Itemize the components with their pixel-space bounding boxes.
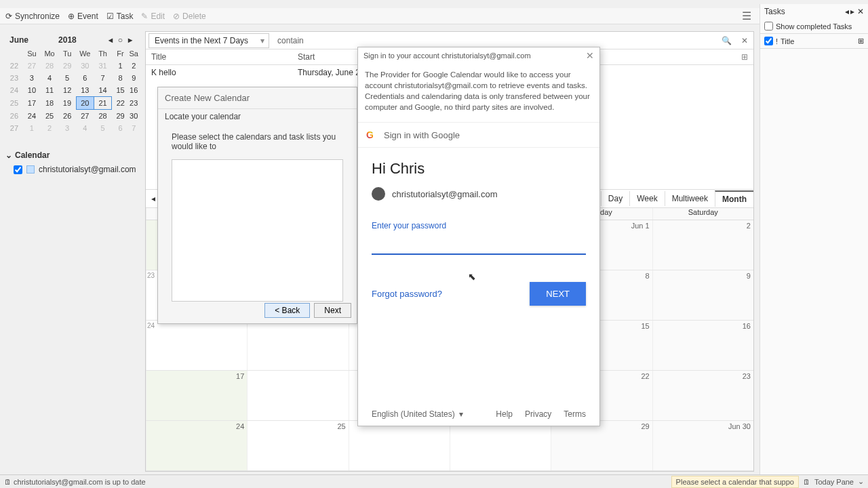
day-cell[interactable] <box>450 421 551 470</box>
help-link[interactable]: Help <box>496 409 513 419</box>
mini-cal-day[interactable]: 22 <box>112 97 130 110</box>
mini-cal-day[interactable]: 5 <box>94 122 112 134</box>
mini-cal-day[interactable]: 7 <box>129 122 138 134</box>
today-pane-chevron-icon[interactable]: ⌄ <box>858 477 864 486</box>
day-cell[interactable] <box>146 321 247 370</box>
signin-next-button[interactable]: NEXT <box>530 282 586 306</box>
day-cell[interactable]: Jun 30 <box>652 421 753 470</box>
today-pane-toggle[interactable]: Today Pane <box>810 478 858 486</box>
view-week[interactable]: Week <box>629 191 664 206</box>
calendar-select-list[interactable] <box>172 159 343 302</box>
mini-cal-day[interactable]: 19 <box>58 97 76 110</box>
day-cell[interactable]: 23 <box>652 371 753 420</box>
next-button[interactable]: Next <box>314 303 351 318</box>
password-input[interactable] <box>372 235 586 255</box>
mini-cal-day[interactable]: 9 <box>129 72 138 84</box>
mini-cal-day[interactable]: 2 <box>41 122 58 134</box>
terms-link[interactable]: Terms <box>564 409 586 419</box>
forgot-password-link[interactable]: Forgot password? <box>372 289 442 299</box>
mini-cal-day[interactable]: 3 <box>23 72 41 84</box>
mini-cal-day[interactable]: 3 <box>58 122 76 134</box>
year-label[interactable]: 2018 <box>58 35 77 45</box>
mini-cal-day[interactable]: 30 <box>76 60 94 72</box>
mini-cal-day[interactable]: 2 <box>129 60 138 72</box>
prev-month-icon[interactable]: ◂ <box>106 35 115 45</box>
mini-cal-day[interactable]: 4 <box>41 72 58 84</box>
day-cell[interactable] <box>349 421 450 470</box>
tasks-col-title[interactable]: Title <box>781 37 794 45</box>
mini-cal-day[interactable]: 11 <box>41 84 58 97</box>
mini-cal-day[interactable]: 15 <box>112 84 130 97</box>
mini-cal-day[interactable]: 25 <box>41 110 58 123</box>
mini-cal-day[interactable]: 26 <box>58 110 76 123</box>
mini-cal-day[interactable]: 10 <box>23 84 41 97</box>
menu-icon[interactable]: ☰ <box>742 9 751 22</box>
tasks-col-checkbox[interactable] <box>764 37 773 45</box>
calendar-section-header[interactable]: ⌄ Calendar <box>5 148 138 163</box>
mini-cal-day[interactable]: 1 <box>112 60 130 72</box>
day-cell[interactable]: 24 <box>146 421 247 470</box>
mini-cal-day[interactable]: 18 <box>41 97 58 110</box>
synchronize-button[interactable]: ⟳Synchronize <box>5 12 60 21</box>
day-cell[interactable]: 29 <box>551 421 652 470</box>
language-dropdown[interactable]: English (United States)▾ <box>372 409 463 419</box>
day-cell[interactable]: 9 <box>652 270 753 320</box>
mini-cal-day[interactable]: 6 <box>76 72 94 84</box>
col-title[interactable]: Title <box>146 49 292 64</box>
account-chip[interactable]: christutorialsyt@gmail.com <box>372 187 586 201</box>
new-task-button[interactable]: ☑Task <box>106 12 134 21</box>
mini-cal-day[interactable]: 16 <box>129 84 138 97</box>
view-day[interactable]: Day <box>601 191 629 206</box>
day-cell[interactable]: 16 <box>652 321 753 370</box>
calendar-item[interactable]: christutorialsyt@gmail.com <box>5 163 138 176</box>
mini-cal-day[interactable]: 20 <box>76 97 94 110</box>
tasks-next-icon[interactable]: ▸ <box>850 7 854 16</box>
mini-cal-day[interactable]: 4 <box>76 122 94 134</box>
mini-cal-day[interactable]: 12 <box>58 84 76 97</box>
close-filter-icon[interactable]: ✕ <box>736 36 753 45</box>
mini-cal-day[interactable]: 30 <box>129 110 138 123</box>
mini-cal-day[interactable]: 28 <box>94 110 112 123</box>
mini-cal-day[interactable]: 29 <box>58 60 76 72</box>
mini-cal-day[interactable]: 28 <box>41 60 58 72</box>
close-icon[interactable]: ✕ <box>586 50 594 61</box>
back-button[interactable]: < Back <box>264 303 310 318</box>
day-cell[interactable]: 2 <box>652 220 753 270</box>
mini-cal-day[interactable]: 29 <box>112 110 130 123</box>
mini-cal-day[interactable]: 17 <box>23 97 41 110</box>
day-cell[interactable]: 25 <box>247 421 348 470</box>
view-multiweek[interactable]: Multiweek <box>665 191 715 206</box>
mini-calendar[interactable]: SuMoTuWeThFrSa 2227282930311223345678924… <box>5 47 138 134</box>
today-icon[interactable]: ○ <box>116 35 125 45</box>
new-event-button[interactable]: ⊕Event <box>68 12 98 21</box>
mini-cal-day[interactable]: 13 <box>76 84 94 97</box>
mini-cal-day[interactable]: 31 <box>94 60 112 72</box>
calendar-checkbox[interactable] <box>14 165 22 174</box>
mini-cal-day[interactable]: 1 <box>23 122 41 134</box>
tasks-prev-icon[interactable]: ◂ <box>845 7 849 16</box>
search-icon[interactable]: 🔍 <box>717 36 736 45</box>
dialog-subtitle: Locate your calendar <box>158 108 357 128</box>
mini-cal-day[interactable]: 8 <box>112 72 130 84</box>
show-completed-checkbox[interactable] <box>764 22 773 30</box>
next-month-icon[interactable]: ▸ <box>126 35 134 45</box>
day-cell[interactable]: 17 <box>146 371 247 420</box>
privacy-link[interactable]: Privacy <box>525 409 551 419</box>
mini-cal-day[interactable]: 21 <box>94 97 112 110</box>
tasks-close-icon[interactable]: ✕ <box>857 7 864 16</box>
mini-cal-day[interactable]: 27 <box>76 110 94 123</box>
mini-cal-day[interactable]: 24 <box>23 110 41 123</box>
month-label[interactable]: June <box>9 35 28 45</box>
column-picker-icon[interactable]: ⊞ <box>736 49 753 64</box>
events-range-dropdown[interactable]: Events in the Next 7 Days <box>149 33 269 48</box>
view-month[interactable]: Month <box>715 190 753 207</box>
day-cell[interactable] <box>247 371 348 420</box>
mini-cal-day[interactable]: 27 <box>23 60 41 72</box>
tasks-col-picker-icon[interactable]: ⊞ <box>858 37 864 45</box>
mini-cal-day[interactable]: 6 <box>112 122 130 134</box>
day-cell[interactable] <box>247 321 348 370</box>
mini-cal-day[interactable]: 7 <box>94 72 112 84</box>
mini-cal-day[interactable]: 5 <box>58 72 76 84</box>
mini-cal-day[interactable]: 23 <box>129 97 138 110</box>
mini-cal-day[interactable]: 14 <box>94 84 112 97</box>
